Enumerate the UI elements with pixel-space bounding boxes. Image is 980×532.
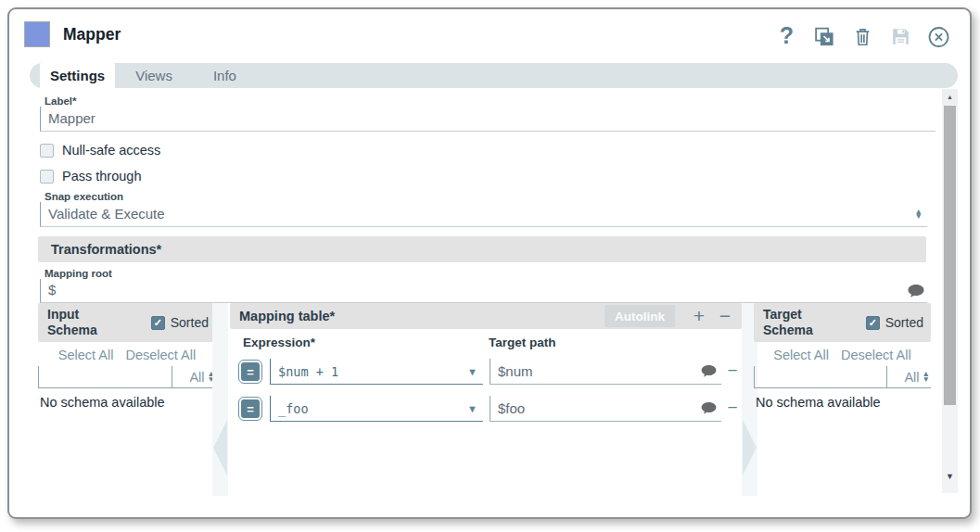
target-schema-panel: Target Schema ✓ Sorted Select All Desele…: [754, 303, 931, 410]
mapping-row: = $num + 1 ▼ $num −: [230, 359, 742, 390]
input-schema-links: Select All Deselect All: [38, 342, 216, 366]
autolink-button[interactable]: Autolink: [605, 305, 675, 327]
pass-through-row: Pass through: [40, 169, 141, 184]
mapping-root-input[interactable]: [41, 280, 904, 301]
target-schema-empty-text: No schema available: [754, 395, 931, 410]
pass-through-label: Pass through: [62, 169, 141, 184]
duplicate-icon[interactable]: [813, 25, 836, 48]
tab-views[interactable]: Views: [115, 63, 193, 88]
delete-row-icon[interactable]: −: [725, 396, 740, 420]
target-sorted-checkbox[interactable]: ✓: [866, 316, 880, 330]
label-field-label: Label*: [45, 95, 77, 107]
comment-icon[interactable]: [701, 365, 717, 377]
input-schema-header: Input Schema ✓ Sorted: [38, 303, 216, 342]
input-schema-title: Input Schema: [47, 307, 107, 339]
delete-row-icon[interactable]: −: [725, 359, 740, 383]
dialog-title: Mapper: [63, 25, 121, 44]
target-schema-filter-row: All ▲▼: [754, 366, 931, 388]
target-path-field[interactable]: $foo: [490, 396, 721, 422]
add-row-icon[interactable]: +: [690, 305, 708, 327]
check-icon: ✓: [869, 317, 877, 329]
mapping-root-field: [40, 279, 927, 303]
vertical-scrollbar[interactable]: ▲ ▼: [942, 89, 958, 493]
input-select-all-link[interactable]: Select All: [58, 348, 114, 362]
collapse-input-schema-handle[interactable]: [212, 303, 228, 496]
tab-bar: Settings Views Info: [30, 63, 958, 88]
target-schema-scope-select[interactable]: All ▲▼: [886, 366, 931, 387]
expression-toggle-button[interactable]: =: [238, 360, 262, 384]
input-schema-filter-row: All ▲▼: [38, 366, 216, 388]
scroll-up-icon[interactable]: ▲: [942, 89, 958, 105]
null-safe-row: Null-safe access: [40, 143, 160, 158]
null-safe-label: Null-safe access: [62, 143, 160, 158]
dropdown-icon[interactable]: ▼: [467, 366, 477, 377]
target-sorted-control: ✓ Sorted: [866, 315, 923, 330]
dropdown-icon[interactable]: ▼: [467, 403, 477, 414]
target-path-field[interactable]: $num: [490, 359, 721, 385]
mapping-table-title: Mapping table*: [239, 309, 605, 323]
null-safe-checkbox[interactable]: [40, 144, 54, 158]
mapper-dialog: Mapper ?: [7, 7, 972, 519]
target-column-header: Target path: [489, 336, 556, 349]
input-schema-filter-input[interactable]: [38, 366, 172, 387]
scroll-down-icon[interactable]: ▼: [942, 468, 958, 484]
scrollbar-thumb[interactable]: [944, 106, 956, 405]
dialog-toolbar: ?: [775, 25, 950, 48]
chevron-right-icon: [743, 420, 757, 475]
snap-icon: [24, 21, 50, 47]
chevron-left-icon: [213, 420, 227, 475]
close-icon[interactable]: [927, 25, 950, 48]
expression-field[interactable]: $num + 1 ▼: [270, 359, 483, 385]
mapping-table-header: Mapping table* Autolink + −: [230, 303, 742, 329]
input-schema-empty-text: No schema available: [38, 395, 216, 410]
target-schema-header: Target Schema ✓ Sorted: [754, 303, 931, 342]
snap-execution-label: Snap execution: [45, 191, 123, 202]
expression-value: _foo: [278, 401, 467, 416]
mapping-table-columns: Expression* Target path: [230, 331, 742, 353]
label-input[interactable]: [41, 108, 935, 130]
input-sorted-checkbox[interactable]: ✓: [151, 316, 165, 330]
input-sorted-label: Sorted: [171, 315, 209, 330]
stepper-icon[interactable]: ▲▼: [915, 209, 927, 220]
stepper-icon[interactable]: ▲▼: [923, 372, 931, 382]
expression-column-header: Expression*: [243, 336, 489, 349]
save-icon[interactable]: [889, 25, 912, 48]
target-schema-links: Select All Deselect All: [754, 342, 931, 366]
input-deselect-all-link[interactable]: Deselect All: [125, 348, 196, 362]
tab-settings[interactable]: Settings: [40, 63, 115, 88]
transformations-section-header: Transformations*: [38, 236, 926, 262]
check-icon: ✓: [154, 317, 162, 329]
remove-row-icon[interactable]: −: [716, 305, 734, 327]
pass-through-checkbox[interactable]: [40, 170, 54, 184]
input-schema-scope-select[interactable]: All ▲▼: [172, 366, 216, 387]
delete-icon[interactable]: [851, 25, 874, 48]
target-path-value: $foo: [498, 400, 697, 416]
snap-execution-value: Validate & Execute: [41, 204, 915, 225]
target-schema-title: Target Schema: [763, 307, 822, 339]
input-sorted-control: ✓ Sorted: [151, 315, 209, 330]
target-deselect-all-link[interactable]: Deselect All: [841, 348, 911, 362]
tab-info[interactable]: Info: [193, 63, 257, 88]
mapping-table-panel: Mapping table* Autolink + − Expression* …: [230, 303, 742, 427]
expression-toggle-button[interactable]: =: [238, 397, 262, 421]
comment-icon[interactable]: [701, 402, 717, 414]
expression-value: $num + 1: [278, 364, 467, 379]
equals-icon: =: [241, 399, 260, 418]
expression-field[interactable]: _foo ▼: [270, 396, 483, 422]
help-icon[interactable]: ?: [775, 25, 798, 48]
comment-icon[interactable]: [908, 285, 924, 298]
target-sorted-label: Sorted: [885, 315, 923, 330]
input-schema-panel: Input Schema ✓ Sorted Select All Deselec…: [38, 303, 216, 410]
equals-icon: =: [241, 362, 260, 381]
mapping-row: = _foo ▼ $foo −: [230, 396, 742, 427]
dialog-header: Mapper: [24, 21, 121, 47]
mapping-root-label: Mapping root: [45, 268, 112, 279]
target-select-all-link[interactable]: Select All: [773, 348, 829, 362]
target-path-value: $num: [498, 363, 697, 379]
snap-execution-select[interactable]: Validate & Execute ▲▼: [40, 202, 927, 227]
target-schema-filter-input[interactable]: [754, 366, 886, 387]
label-field: [40, 107, 935, 132]
